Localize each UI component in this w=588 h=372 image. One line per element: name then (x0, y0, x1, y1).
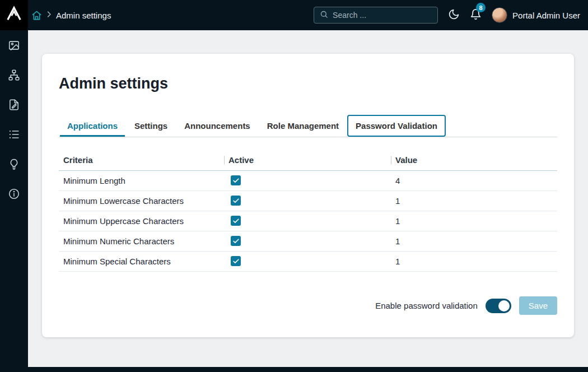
criteria-cell: Minimum Length (59, 176, 224, 185)
tab-announcements[interactable]: Announcements (176, 115, 259, 137)
criteria-cell: Minimum Special Characters (59, 257, 224, 266)
sidebar-item-document-edit[interactable] (7, 99, 21, 112)
tab-bar: Applications Settings Announcements Role… (59, 115, 557, 137)
card-footer: Enable password validation Save (59, 296, 557, 315)
save-button[interactable]: Save (519, 296, 557, 315)
column-header-criteria: Criteria (59, 150, 224, 170)
enable-validation-label: Enable password validation (375, 301, 478, 310)
criteria-cell: Minimum Lowercase Characters (59, 196, 224, 206)
toggle-knob (498, 300, 510, 311)
active-cell (224, 256, 391, 267)
tab-applications[interactable]: Applications (59, 115, 126, 137)
active-cell (224, 175, 391, 186)
sidebar-nav (7, 30, 21, 201)
info-icon (8, 188, 20, 202)
document-edit-icon (8, 99, 20, 113)
topbar: Admin settings 8 Por (28, 0, 588, 30)
column-header-value: Value (391, 150, 557, 170)
active-cell (224, 216, 391, 226)
search-box[interactable] (314, 7, 438, 24)
value-cell: 4 (391, 176, 557, 185)
sidebar-item-media[interactable] (7, 39, 21, 53)
active-checkbox[interactable] (231, 175, 241, 185)
table-row: Minimum Numeric Characters 1 (59, 231, 557, 252)
active-cell (224, 196, 391, 206)
value-cell: 1 (391, 236, 557, 246)
active-checkbox[interactable] (231, 256, 241, 266)
main-content: Admin settings Applications Settings Ann… (28, 30, 588, 372)
table-row: Minimum Special Characters 1 (59, 252, 557, 272)
image-icon (8, 39, 20, 53)
hierarchy-icon (8, 69, 20, 83)
notification-badge: 8 (476, 3, 486, 12)
admin-settings-card: Admin settings Applications Settings Ann… (42, 54, 574, 337)
active-checkbox[interactable] (231, 216, 241, 226)
search-input[interactable] (333, 11, 432, 20)
sidebar (0, 0, 28, 372)
app-logo-icon (6, 6, 22, 25)
tab-settings[interactable]: Settings (126, 115, 176, 137)
app-logo[interactable] (0, 0, 28, 30)
table-header: Criteria Active Value (59, 150, 557, 171)
bottom-bar (0, 367, 588, 372)
topbar-actions: 8 Portal Admin User (314, 7, 580, 24)
table-row: Minimum Uppercase Characters 1 (59, 211, 557, 231)
table-row: Minimum Length 4 (59, 171, 557, 191)
sidebar-item-tips[interactable] (7, 158, 21, 171)
sidebar-item-hierarchy[interactable] (7, 69, 21, 82)
moon-icon (448, 8, 460, 22)
criteria-cell: Minimum Uppercase Characters (59, 216, 224, 226)
dark-mode-button[interactable] (448, 8, 460, 22)
user-menu[interactable]: Portal Admin User (492, 7, 580, 23)
tab-role-management[interactable]: Role Management (259, 115, 347, 137)
user-name: Portal Admin User (512, 11, 580, 20)
sidebar-item-list[interactable] (7, 128, 21, 142)
value-cell: 1 (391, 196, 557, 206)
page-title: Admin settings (59, 75, 557, 92)
value-cell: 1 (391, 257, 557, 266)
notifications-button[interactable]: 8 (470, 8, 482, 22)
lightbulb-icon (8, 158, 20, 172)
active-cell (224, 236, 391, 247)
tab-password-validation[interactable]: Password Validation (347, 115, 446, 137)
breadcrumb-chevron-icon (45, 10, 53, 20)
breadcrumb-current[interactable]: Admin settings (56, 11, 111, 20)
active-checkbox[interactable] (231, 236, 241, 246)
home-icon[interactable] (31, 10, 42, 21)
active-checkbox[interactable] (231, 196, 241, 206)
app-root: Admin settings 8 Por (0, 0, 588, 372)
criteria-cell: Minimum Numeric Characters (59, 236, 224, 246)
value-cell: 1 (391, 216, 557, 226)
sidebar-item-info[interactable] (7, 188, 21, 201)
table-row: Minimum Lowercase Characters 1 (59, 191, 557, 211)
breadcrumb: Admin settings (31, 10, 111, 21)
list-icon (8, 128, 20, 142)
avatar (492, 7, 507, 23)
search-icon (320, 10, 328, 21)
column-header-active: Active (224, 150, 391, 170)
enable-validation-toggle[interactable] (486, 299, 511, 313)
password-criteria-table: Criteria Active Value Minimum Length 4 M… (59, 150, 557, 272)
